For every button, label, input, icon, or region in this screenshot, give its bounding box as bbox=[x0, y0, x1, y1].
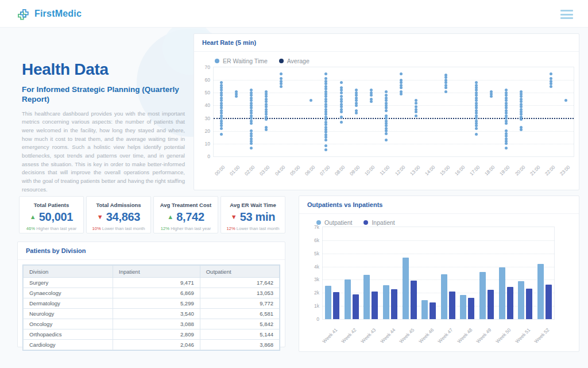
scatter-point bbox=[520, 108, 523, 111]
scatter-point bbox=[415, 102, 417, 105]
dashboard-page: FirstMedic Health Data For Informed Stra… bbox=[0, 0, 588, 368]
scatter-point bbox=[505, 94, 508, 97]
scatter-point bbox=[385, 90, 388, 93]
x-tick-label: 17:00 bbox=[469, 164, 481, 177]
x-tick-label: Week 50 bbox=[494, 327, 512, 344]
patient-count: 5,144 bbox=[200, 329, 279, 340]
scatter-point bbox=[265, 90, 268, 93]
bar-outpatient bbox=[499, 267, 505, 319]
division-name: Neurology bbox=[24, 309, 113, 319]
trend-arrow-icon: ▼ bbox=[231, 214, 237, 220]
y-tick-label: 70 bbox=[205, 64, 210, 70]
legend-item-er-waiting-time[interactable]: ER Waiting Time bbox=[215, 57, 268, 64]
legend-label: Average bbox=[287, 57, 310, 64]
scatter-point bbox=[220, 91, 223, 94]
scatter-point bbox=[310, 99, 312, 102]
intro-section: Health Data For Informed Strategic Plann… bbox=[22, 60, 185, 194]
scatter-point bbox=[490, 93, 493, 95]
division-name: Oncology bbox=[24, 319, 113, 329]
legend-dot-icon bbox=[363, 220, 368, 225]
scatter-point bbox=[385, 122, 388, 125]
scatter-point bbox=[505, 99, 508, 102]
scatter-point bbox=[520, 90, 523, 93]
scatter-point bbox=[265, 93, 268, 95]
bar-outpatient bbox=[363, 275, 370, 319]
brand-logo[interactable]: FirstMedic bbox=[16, 7, 82, 21]
x-tick-label: 15:00 bbox=[439, 164, 451, 177]
y-tick-label: 40 bbox=[205, 102, 210, 108]
scatter-point bbox=[400, 90, 403, 93]
scatter-point bbox=[324, 95, 327, 98]
x-tick-label: Week 52 bbox=[533, 327, 551, 344]
x-tick-label: Week 42 bbox=[341, 327, 358, 344]
y-tick-label: 3k bbox=[314, 277, 319, 282]
scatter-point bbox=[444, 74, 447, 76]
hamburger-menu-icon[interactable] bbox=[560, 10, 573, 19]
bar-inpatient bbox=[430, 302, 436, 319]
x-tick-label: 19:00 bbox=[498, 164, 511, 177]
x-tick-label: Week 46 bbox=[417, 327, 435, 344]
x-tick-label: 08:00 bbox=[334, 164, 346, 177]
legend-item-outpatient[interactable]: Outpatient bbox=[316, 219, 352, 226]
scatter-point bbox=[340, 89, 343, 91]
gridline bbox=[323, 240, 554, 241]
scatter-point bbox=[355, 94, 358, 97]
scatter-point bbox=[220, 81, 223, 84]
gridline bbox=[323, 279, 554, 280]
scatter-point bbox=[370, 98, 373, 101]
scatter-point bbox=[520, 95, 523, 98]
table-row: Oncology3,0885,842 bbox=[24, 319, 280, 329]
legend-item-average[interactable]: Average bbox=[279, 57, 310, 64]
scatter-point bbox=[220, 112, 223, 114]
scatter-point bbox=[505, 104, 508, 107]
scatter-point bbox=[475, 91, 478, 94]
scatter-point bbox=[505, 132, 508, 135]
x-tick-label: 06:00 bbox=[304, 164, 316, 177]
patient-count: 2,809 bbox=[113, 329, 200, 340]
patient-count: 5,299 bbox=[113, 298, 200, 309]
scatter-point bbox=[355, 104, 358, 107]
out-vs-in-plot bbox=[322, 227, 555, 320]
scatter-point bbox=[235, 90, 238, 93]
kpi-avg-treatment-cost: Avg Treatment Cost ▲ 8,742 12% Higher th… bbox=[153, 196, 218, 233]
scatter-point bbox=[385, 117, 388, 120]
patient-count: 6,581 bbox=[200, 309, 279, 319]
x-tick-label: 01:00 bbox=[229, 164, 241, 177]
scatter-point bbox=[520, 103, 523, 106]
x-tick-label: Week 47 bbox=[437, 327, 454, 344]
bar-inpatient bbox=[449, 292, 455, 319]
scatter-point bbox=[385, 120, 388, 122]
scatter-point bbox=[505, 112, 508, 114]
scatter-point bbox=[475, 120, 478, 122]
scatter-point bbox=[250, 99, 253, 102]
scatter-point bbox=[265, 98, 268, 101]
scatter-point bbox=[444, 86, 447, 89]
kpi-total-patients: Total Patients ▲ 50,001 46% Higher than … bbox=[19, 196, 84, 233]
scatter-point bbox=[475, 114, 478, 117]
scatter-point bbox=[355, 91, 358, 94]
heart-rate-card: Heart Rate (5 min) ER Waiting TimeAverag… bbox=[194, 33, 579, 190]
y-tick-label: 2k bbox=[314, 290, 319, 296]
scatter-point bbox=[280, 80, 283, 83]
scatter-point bbox=[220, 109, 223, 112]
scatter-point bbox=[324, 131, 327, 133]
scatter-point bbox=[220, 122, 223, 125]
patient-count: 3,088 bbox=[113, 319, 200, 329]
y-tick-label: 5k bbox=[314, 251, 319, 256]
medical-cross-icon bbox=[16, 7, 30, 21]
division-table: DivisionInpatientOutpatient Surgery9,471… bbox=[22, 264, 280, 351]
scatter-point bbox=[475, 104, 478, 107]
bar-outpatient bbox=[460, 295, 466, 319]
x-tick-label: 14:00 bbox=[424, 164, 436, 177]
scatter-point bbox=[505, 140, 508, 143]
scatter-point bbox=[475, 127, 478, 130]
scatter-point bbox=[385, 129, 388, 132]
legend-item-inpatient[interactable]: Inpatient bbox=[363, 219, 394, 226]
scatter-point bbox=[355, 97, 358, 99]
scatter-point bbox=[250, 94, 253, 97]
x-tick-label: 09:00 bbox=[349, 164, 361, 177]
scatter-point bbox=[250, 112, 253, 114]
y-tick-label: 50 bbox=[205, 90, 210, 95]
scatter-point bbox=[220, 124, 223, 127]
scatter-point bbox=[444, 79, 447, 82]
